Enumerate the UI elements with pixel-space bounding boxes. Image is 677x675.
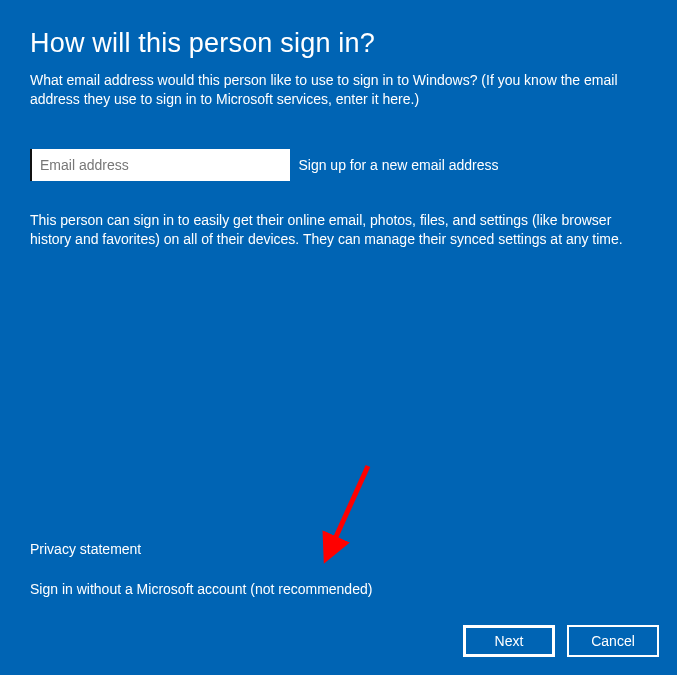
button-row: Next Cancel [463,625,659,657]
page-title: How will this person sign in? [30,28,641,59]
privacy-statement-link[interactable]: Privacy statement [30,541,372,557]
cancel-button[interactable]: Cancel [567,625,659,657]
email-input-wrap [30,149,290,181]
email-field[interactable] [32,149,290,181]
next-button[interactable]: Next [463,625,555,657]
signup-new-email-link[interactable]: Sign up for a new email address [298,157,498,173]
intro-text: What email address would this person lik… [30,71,641,109]
sign-in-without-microsoft-link[interactable]: Sign in without a Microsoft account (not… [30,581,372,597]
benefit-text: This person can sign in to easily get th… [30,211,641,250]
